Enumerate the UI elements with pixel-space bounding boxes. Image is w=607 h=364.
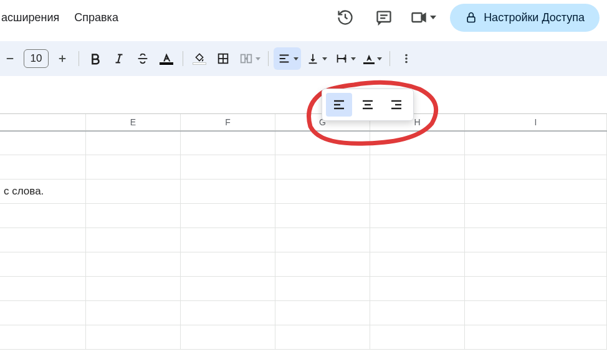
italic-button[interactable]: [108, 47, 130, 70]
cell[interactable]: [275, 204, 370, 228]
cell[interactable]: [86, 155, 181, 179]
cell[interactable]: [86, 204, 181, 228]
text-rotation-button[interactable]: [360, 47, 385, 70]
column-header[interactable]: I: [465, 114, 607, 130]
strikethrough-button[interactable]: [131, 47, 154, 70]
column-header-partial[interactable]: [0, 114, 86, 130]
cell[interactable]: [86, 301, 181, 325]
align-left-option[interactable]: [326, 93, 352, 117]
bold-button[interactable]: [84, 47, 107, 70]
cell[interactable]: [181, 301, 275, 325]
cell[interactable]: с слова.: [0, 180, 86, 203]
horizontal-align-button[interactable]: [274, 47, 301, 70]
cell[interactable]: [181, 132, 275, 155]
vertical-align-button[interactable]: [302, 47, 330, 70]
cell[interactable]: [275, 325, 370, 349]
cell[interactable]: [465, 252, 607, 276]
cell[interactable]: [0, 228, 86, 252]
cell[interactable]: [370, 204, 465, 228]
cell[interactable]: [86, 228, 181, 252]
cell[interactable]: [0, 325, 86, 349]
cell[interactable]: [0, 252, 86, 276]
fill-color-button[interactable]: [188, 47, 211, 70]
cell[interactable]: [86, 325, 181, 349]
cell[interactable]: [0, 132, 86, 155]
cell[interactable]: [465, 132, 607, 155]
cell[interactable]: [0, 277, 86, 300]
cell[interactable]: [275, 277, 370, 300]
cell[interactable]: [0, 204, 86, 228]
meet-button[interactable]: [410, 9, 436, 26]
cell[interactable]: [275, 301, 370, 325]
chevron-down-icon: [377, 57, 382, 60]
history-icon[interactable]: [333, 5, 358, 30]
align-popup: [322, 89, 414, 121]
text-color-button[interactable]: [155, 47, 178, 70]
cell[interactable]: [275, 155, 370, 179]
svg-rect-4: [467, 17, 475, 22]
cell[interactable]: [86, 132, 181, 155]
rows: с слова.: [0, 131, 607, 350]
font-size-increase[interactable]: [51, 47, 74, 70]
cell[interactable]: [370, 228, 465, 252]
cell[interactable]: [465, 204, 607, 228]
table-row: [0, 204, 607, 228]
cell[interactable]: [370, 301, 465, 325]
cell[interactable]: [181, 180, 275, 203]
cell[interactable]: [465, 228, 607, 252]
cell[interactable]: [86, 252, 181, 276]
cell[interactable]: [465, 180, 607, 203]
cell[interactable]: [181, 325, 275, 349]
font-size-input[interactable]: 10: [24, 49, 49, 68]
cell[interactable]: [275, 252, 370, 276]
cell[interactable]: [465, 325, 607, 349]
cell[interactable]: [86, 277, 181, 300]
cell[interactable]: [181, 228, 275, 252]
cell[interactable]: [181, 204, 275, 228]
share-button[interactable]: Настройки Доступа: [450, 4, 600, 32]
font-size-decrease[interactable]: [0, 47, 21, 70]
toolbar: 10: [0, 41, 607, 76]
more-button[interactable]: [395, 47, 418, 70]
separator: [183, 51, 183, 66]
cell[interactable]: [370, 252, 465, 276]
cell[interactable]: [275, 228, 370, 252]
chevron-down-icon: [294, 57, 299, 60]
font-size-group: 10: [0, 47, 74, 70]
cell[interactable]: [465, 277, 607, 300]
cell[interactable]: [465, 301, 607, 325]
menu-extensions[interactable]: асширения: [0, 7, 65, 28]
cell[interactable]: [465, 155, 607, 179]
table-row: с слова.: [0, 180, 607, 204]
cell[interactable]: [370, 132, 465, 155]
comments-icon[interactable]: [371, 5, 396, 30]
cell[interactable]: [370, 325, 465, 349]
menu-items: асширения Справка: [0, 7, 125, 28]
merge-cells-button[interactable]: [236, 47, 263, 70]
cell[interactable]: [370, 277, 465, 300]
column-headers: E F G H I: [0, 113, 607, 131]
cell[interactable]: [275, 180, 370, 203]
svg-line-10: [118, 55, 120, 63]
cell[interactable]: [181, 277, 275, 300]
cell[interactable]: [0, 301, 86, 325]
cell[interactable]: [86, 180, 181, 203]
cell[interactable]: [275, 132, 370, 155]
column-header[interactable]: F: [181, 114, 275, 130]
cell[interactable]: [0, 155, 86, 179]
cell[interactable]: [181, 155, 275, 179]
column-header[interactable]: E: [86, 114, 181, 130]
cell[interactable]: [370, 155, 465, 179]
svg-point-24: [405, 57, 408, 60]
table-row: [0, 325, 607, 350]
lock-icon: [465, 11, 477, 24]
header-actions: Настройки Доступа: [333, 4, 600, 32]
align-center-option[interactable]: [355, 93, 381, 117]
align-right-option[interactable]: [383, 93, 409, 117]
cell[interactable]: [370, 180, 465, 203]
cell[interactable]: [181, 252, 275, 276]
menu-help[interactable]: Справка: [68, 7, 125, 28]
borders-button[interactable]: [212, 47, 234, 70]
text-wrap-button[interactable]: [331, 47, 358, 70]
share-label: Настройки Доступа: [484, 11, 585, 24]
